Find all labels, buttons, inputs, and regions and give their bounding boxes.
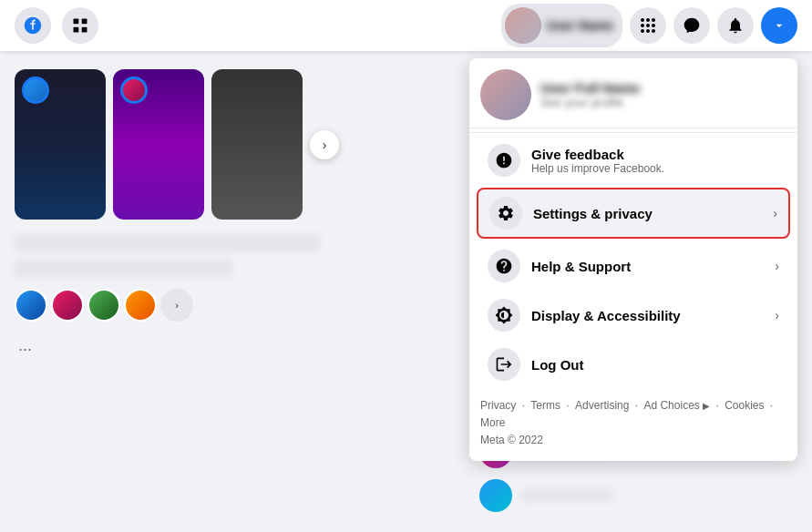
apps-grid-button[interactable]: [630, 7, 666, 44]
svg-point-6: [652, 18, 655, 22]
logout-text: Log Out: [531, 357, 779, 373]
contact-item-2: [479, 474, 797, 517]
contact-name-2: [521, 489, 612, 502]
display-chevron-icon: ›: [775, 308, 779, 322]
navbar-right: User Name: [501, 4, 797, 47]
navbar-left: [15, 7, 98, 44]
user-profile-button[interactable]: User Name: [501, 4, 622, 47]
name-placeholder: [15, 234, 320, 252]
svg-point-11: [646, 29, 650, 33]
menu-item-log-out[interactable]: Log Out: [477, 341, 790, 388]
menu-item-display-accessibility[interactable]: Display & Accessibility ›: [477, 292, 790, 339]
menu-item-settings-privacy[interactable]: Settings & privacy ›: [477, 188, 790, 239]
svg-point-9: [652, 24, 655, 27]
notifications-button[interactable]: [717, 7, 754, 44]
navbar: User Name: [0, 0, 812, 51]
dropdown-user-section[interactable]: User Full Name See your profile: [469, 58, 797, 128]
settings-chevron-icon: ›: [773, 206, 777, 220]
more-options: ···: [15, 340, 450, 359]
story-card-3[interactable]: [211, 69, 303, 220]
feedback-text: Give feedback Help us improve Facebook.: [531, 147, 779, 175]
footer-link-adchoices[interactable]: Ad Choices: [643, 399, 699, 412]
facebook-logo-button[interactable]: [15, 7, 51, 44]
divider-1: [469, 132, 797, 133]
right-panel: User Full Name See your profile Give fee…: [465, 51, 812, 532]
svg-point-8: [646, 24, 650, 27]
display-text: Display & Accessibility: [531, 308, 764, 323]
footer-link-more[interactable]: More: [480, 416, 505, 429]
dropdown-user-sub: See your profile: [540, 96, 640, 109]
footer-copyright: Meta © 2022: [480, 434, 543, 446]
svg-point-4: [641, 18, 644, 22]
settings-title: Settings & privacy: [533, 206, 762, 221]
avatar-row: ›: [15, 289, 450, 322]
avatar-more-button[interactable]: ›: [160, 289, 193, 322]
friend-avatar-3[interactable]: [87, 289, 120, 322]
ad-choices-icon: ▶: [703, 401, 710, 411]
dropdown-avatar: [480, 69, 531, 120]
footer-link-cookies[interactable]: Cookies: [725, 399, 764, 412]
dropdown-user-info: User Full Name See your profile: [540, 80, 640, 109]
display-icon: [488, 299, 520, 332]
logout-icon: [488, 348, 520, 381]
menu-item-help-support[interactable]: Help & Support ›: [477, 242, 790, 290]
settings-text: Settings & privacy: [533, 206, 762, 221]
friend-avatar-1[interactable]: [15, 289, 47, 322]
svg-rect-0: [74, 19, 79, 25]
footer-link-privacy[interactable]: Privacy: [480, 399, 516, 412]
svg-point-10: [641, 29, 644, 33]
menu-item-give-feedback[interactable]: Give feedback Help us improve Facebook.: [477, 137, 790, 184]
story-card-2[interactable]: [113, 69, 204, 220]
reels-button[interactable]: [62, 7, 98, 44]
help-chevron-icon: ›: [775, 259, 779, 273]
help-text: Help & Support: [531, 259, 764, 274]
below-stories: [15, 234, 450, 278]
dropdown-footer: Privacy · Terms · Advertising · Ad Choic…: [469, 390, 797, 450]
contact-avatar-2: [479, 479, 512, 512]
logout-title: Log Out: [531, 357, 779, 373]
feedback-subtitle: Help us improve Facebook.: [531, 162, 779, 175]
nav-user-name: User Name: [547, 18, 613, 33]
display-title: Display & Accessibility: [531, 308, 764, 323]
svg-point-5: [646, 18, 650, 22]
stories-next-button[interactable]: ›: [310, 130, 339, 159]
svg-point-7: [641, 24, 644, 27]
feedback-title: Give feedback: [531, 147, 779, 162]
settings-icon: [489, 197, 522, 230]
friend-avatar-4[interactable]: [124, 289, 157, 322]
left-panel: › › ···: [0, 51, 465, 532]
stories-row: ›: [15, 69, 450, 220]
svg-rect-2: [74, 27, 79, 33]
svg-point-12: [652, 29, 655, 33]
messenger-button[interactable]: [673, 7, 710, 44]
dropdown-menu: User Full Name See your profile Give fee…: [469, 58, 797, 461]
dropdown-user-name: User Full Name: [540, 80, 640, 96]
sub-placeholder: [15, 260, 450, 278]
story-card-1[interactable]: [15, 69, 106, 220]
help-title: Help & Support: [531, 259, 764, 274]
svg-rect-1: [82, 19, 87, 25]
friend-avatar-2[interactable]: [51, 289, 84, 322]
help-icon: [488, 250, 520, 282]
footer-link-advertising[interactable]: Advertising: [575, 399, 629, 412]
feedback-icon: [488, 144, 520, 177]
avatar: [505, 7, 541, 44]
footer-link-terms[interactable]: Terms: [530, 399, 560, 412]
main-content: › › ··· User Full Name See you: [0, 51, 812, 532]
svg-rect-3: [82, 27, 87, 33]
account-dropdown-button[interactable]: [761, 7, 797, 44]
